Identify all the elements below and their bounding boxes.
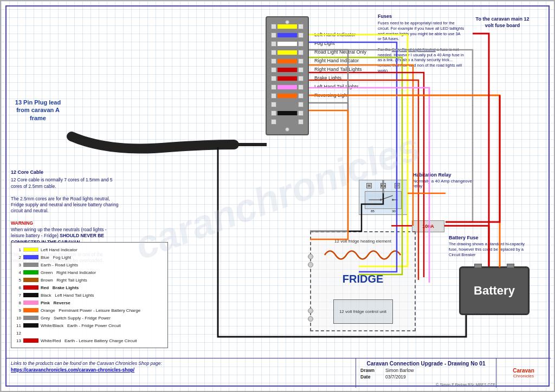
fridge-connector-1	[308, 254, 313, 259]
legend-row-9: 9 Orange Perminant Power - Leisure Batte…	[15, 306, 164, 314]
fridge-box: 12 volt fridge heating element FRIDGE 12…	[310, 231, 416, 331]
battery-fuse-annotation: Battery Fuse The drawing shows a standar…	[449, 235, 527, 257]
fuse-bar	[278, 111, 297, 115]
legend-color-swatch	[23, 278, 38, 282]
legend-desc: Earth - Road Lights	[41, 263, 78, 267]
legend-color-swatch	[23, 293, 38, 297]
legend-num: 4	[15, 270, 21, 275]
legend-num: 13	[15, 338, 21, 343]
fuse-bar	[278, 94, 297, 98]
fuse-bar	[278, 120, 297, 124]
legend-num: 7	[15, 293, 21, 298]
fuse-terminal-l	[271, 102, 276, 107]
legend-row-7: 7 Black Left Hand Tail Lights	[15, 291, 164, 299]
legend-desc: Orange Perminant Power - Leisure Battery…	[41, 308, 140, 313]
legend-row-10: 10 Grey Switch Supply - Fridge Power	[15, 314, 164, 322]
terminal-87a: 87a	[380, 183, 386, 188]
legend-color-swatch	[23, 300, 38, 305]
content-layer: 13 Pin Plug lead from caravan A frame To…	[1, 1, 555, 392]
batt-fuse-body: The drawing shows a standard hi-capacity…	[449, 241, 527, 257]
fuse-row-7	[271, 75, 304, 82]
fuse-terminal-l	[271, 110, 276, 116]
fuses-body: Fuses need to be appropriatyl rated for …	[378, 21, 464, 74]
bottom-left: Links to the products can be found on th…	[7, 358, 356, 388]
legend-row-5: 5 Brown Right Tail Lights	[15, 276, 164, 284]
legend-num: 9	[15, 308, 21, 313]
legend-desc: Brown Right Tail Lights	[41, 278, 87, 283]
fuse-bar	[278, 85, 297, 89]
relay-title: Habitation Relay	[413, 172, 483, 178]
legend-color-swatch	[23, 255, 38, 259]
fuse-terminal-r	[298, 110, 304, 116]
legend-desc: White/Black Earth - Fridge Power Circuit	[41, 323, 121, 328]
cable-title: 12 Core Cable	[11, 169, 119, 175]
legend-num: 1	[15, 247, 21, 252]
legend-color-swatch	[23, 323, 38, 328]
legend-desc: Pink Reverse	[41, 300, 70, 305]
fuse-terminal-r	[298, 76, 304, 81]
heating-element-svg	[322, 244, 406, 263]
legend-row-12: 12	[15, 329, 164, 337]
legend-color-swatch	[23, 285, 38, 290]
legend-row-8: 8 Pink Reverse	[15, 299, 164, 306]
fuse-terminal-r	[298, 50, 304, 55]
legend-color-swatch	[23, 270, 38, 275]
fuse-terminal-l	[271, 84, 276, 90]
battery-fuse-value: 100A	[422, 224, 434, 229]
fuse-box	[266, 16, 309, 135]
fuse-terminal-r	[298, 84, 304, 90]
legend-color-swatch	[23, 338, 38, 343]
battery-label: Battery	[474, 284, 515, 298]
date-value: 03/7/2019	[385, 374, 406, 380]
fuse-row-6	[271, 66, 304, 74]
fuses-title: Fuses	[378, 13, 464, 19]
legend-color-swatch	[23, 247, 38, 252]
fuse-label-7: Left Hand Tail Lights	[314, 83, 366, 90]
fuse-row-4	[271, 49, 304, 56]
legend-desc: Green Right Hand Indicator	[41, 270, 96, 275]
terminal-87: 87	[395, 183, 400, 188]
main-container: caranchronicles 13 Pin Plug lead from ca…	[0, 0, 555, 392]
fuse-terminal-l	[271, 41, 276, 47]
fuse-label-5: Right Hand Tail Lights	[314, 66, 366, 73]
legend-desc: Grey Switch Supply - Fridge Power	[41, 316, 111, 321]
fuse-bar	[278, 33, 297, 37]
fridge-connector-3	[308, 308, 313, 313]
caravan-chronicles-logo: Caravan Chronicles	[513, 368, 534, 378]
drawing-title: Caravan Connection Upgrade - Drawing No …	[360, 361, 492, 367]
legend-desc: Blue Fog Light	[41, 255, 71, 260]
terminal-86: 86	[366, 183, 372, 188]
fuse-row-11	[271, 109, 304, 117]
fuse-bar	[278, 68, 297, 72]
fuse-row-3	[271, 40, 304, 48]
fuse-labels: Left Hand Indicator Fog Light Road Light…	[314, 31, 366, 99]
legend-row-3: 3 Earth - Road Lights	[15, 261, 164, 269]
fuse-terminal-l	[271, 24, 276, 29]
fuse-terminal-r	[298, 102, 304, 107]
fuse-bar	[278, 50, 297, 55]
fuse-terminal-l	[271, 76, 276, 81]
legend-num: 12	[15, 331, 21, 336]
drawn-label: Drawn	[360, 368, 382, 373]
legend-color-swatch	[23, 316, 38, 320]
battery-fuse-box: 100A	[412, 220, 444, 232]
fridge-control-unit: 12 volt fridge control unit	[333, 299, 393, 324]
fuse-terminal-r	[298, 119, 304, 125]
legend-color-swatch	[23, 331, 38, 335]
svg-line-1	[381, 195, 393, 200]
fuse-bar	[278, 76, 297, 81]
to-caravan-label: To the caravan main 12 volt fuse board	[473, 16, 532, 29]
legend-row-1: 1 Left Hand Indicator	[15, 246, 164, 253]
legend-num: 11	[15, 323, 21, 328]
fridge-control-label: 12 volt fridge control unit	[339, 309, 386, 314]
fuse-label-1: Left Hand Indicator	[314, 31, 366, 38]
fuse-row-8	[271, 83, 304, 91]
battery-terminal-negative	[474, 264, 482, 268]
fuse-row-12	[271, 118, 304, 126]
legend-num: 10	[15, 316, 21, 321]
battery-terminal-positive	[507, 264, 514, 268]
fridge-connector-4	[308, 316, 313, 322]
legend-color-swatch	[23, 263, 38, 267]
link-url[interactable]: https://caravanchronicles.com/caravan-ch…	[11, 367, 351, 373]
logo-bottom: Chronicles	[513, 374, 534, 378]
